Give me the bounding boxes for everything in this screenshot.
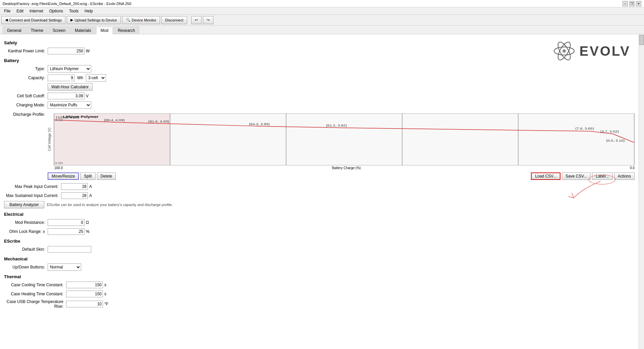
tab-research[interactable]: Research [113,27,139,34]
svg-text:(81.6, 4.03): (81.6, 4.03) [148,119,169,123]
battery-analyzer-button[interactable]: Battery Analyzer [4,201,44,208]
battery-capacity-label: Capacity: [4,76,48,80]
max-peak-input[interactable] [61,183,88,190]
svg-text:4.00: 4.00 [55,118,63,121]
charging-mode-row: Charging Mode: Maximize Puffs Maximize L… [4,101,635,109]
menu-edit[interactable]: Edit [14,8,26,14]
minimize-button[interactable]: ─ [623,1,628,6]
battery-type-row: Type: Lithium Polymer Lithium Ion NiMH [4,65,635,72]
default-skin-label: Default Skin: [4,247,48,252]
cooling-label: Case Cooling Time Constant: [4,283,66,287]
usb-temp-input[interactable] [66,301,103,307]
move-resize-button[interactable]: Move/Resize [48,172,79,180]
heating-input[interactable] [66,291,103,297]
battery-type-label: Type: [4,66,48,71]
ohm-lock-row: Ohm Lock Range: ± % [4,228,635,235]
tab-theme[interactable]: Theme [26,27,48,34]
disconnect-button[interactable]: Disconnect [161,16,187,24]
cooling-unit: s [104,283,106,287]
safety-header: Safety [4,40,635,45]
mod-resistance-unit: Ω [86,220,89,225]
default-skin-input[interactable] [48,246,91,253]
default-skin-row: Default Skin: [4,246,635,253]
max-sustained-input[interactable] [61,192,88,199]
discharge-profile-label: Discharge Profile: [4,111,48,117]
battery-analyzer-row: Battery Analyzer EScribe can be used to … [4,201,635,208]
tab-materials[interactable]: Materials [70,27,96,34]
main-content: Safety Kanthal Power Limit: W Battery Ty… [0,34,644,349]
restore-button[interactable]: ❐ [629,1,635,6]
connect-download-button[interactable]: ◀ Connect and Download Settings [1,16,65,24]
heating-label: Case Heating Time Constant: [4,292,66,296]
evolv-text: EVOLV [579,44,631,59]
redo-button[interactable]: ↪ [203,16,213,24]
chart-action-row: Move/Resize Split Delete Load CSV... Sav… [48,172,635,180]
svg-text:(51.2, 3.82): (51.2, 3.82) [326,123,347,127]
mod-resistance-label: Mod Resistance: [4,220,48,225]
svg-text:(7.6, 3.65): (7.6, 3.65) [575,127,594,130]
label-button[interactable]: Label... [592,172,612,180]
ohm-lock-input[interactable] [48,228,85,235]
scrollbar-thumb[interactable] [639,35,644,45]
menu-help[interactable]: Help [82,8,96,14]
chart-svg: (100.0, 4.20) (89.4, 4.09) (81.6, 4.03) … [54,114,634,165]
svg-text:(64.3, 3.89): (64.3, 3.89) [249,122,270,126]
battery-analyzer-info: EScribe can be used to analyze your batt… [47,203,173,207]
electrical-header: Electrical [4,212,635,217]
menu-options[interactable]: Options [47,8,66,14]
usb-temp-unit: °F [104,302,108,306]
max-peak-unit: A [89,184,92,189]
connect-icon: ◀ [5,18,8,22]
watt-hour-btn[interactable]: Watt-Hour Calculator [48,83,93,91]
cell-soft-cutoff-input[interactable] [48,93,85,99]
battery-header: Battery [4,58,635,63]
kanthal-input[interactable] [48,48,85,54]
cooling-row: Case Cooling Time Constant: s [4,281,635,289]
cooling-input[interactable] [66,282,103,288]
up-down-select[interactable]: Normal Reversed [48,263,81,271]
title-bar: Desktop\Factory .ecig Files\Evolv_Defaul… [0,0,644,7]
upload-settings-button[interactable]: ▶ Upload Settings to Device [67,16,121,24]
menu-tools[interactable]: Tools [66,8,81,14]
usb-temp-row: Case USB Charge Temperature Rise: °F [4,299,635,309]
charging-mode-select[interactable]: Maximize Puffs Maximize Life Balanced [48,101,91,109]
svg-point-21 [562,49,566,53]
max-sustained-unit: A [89,193,92,198]
chart-x-axis: 100.0 Battery Charge (%) 0.0 [48,166,635,170]
toolbar: ◀ Connect and Download Settings ▶ Upload… [0,15,644,26]
mod-resistance-row: Mod Resistance: Ω [4,219,635,226]
up-down-label: Up/Down Buttons: [4,265,48,269]
evolv-logo-container: EVOLV [553,40,631,62]
battery-capacity-input[interactable] [48,74,74,81]
battery-type-select[interactable]: Lithium Polymer Lithium Ion NiMH [48,65,91,72]
tab-general[interactable]: General [3,27,26,34]
upload-icon: ▶ [70,18,73,22]
close-button[interactable]: ✕ [636,1,641,6]
chart-area[interactable]: (100.0, 4.20) (89.4, 4.09) (81.6, 4.03) … [54,113,635,165]
split-button[interactable]: Split [80,172,95,180]
menu-file[interactable]: File [1,8,13,14]
svg-text:2.00: 2.00 [55,161,63,165]
monitor-icon: 🔍 [126,18,130,22]
tab-screen[interactable]: Screen [48,27,70,34]
ohm-lock-label: Ohm Lock Range: ± [4,229,48,234]
actions-button[interactable]: Actions [614,172,635,180]
scrollbar[interactable] [639,34,644,349]
menu-internet[interactable]: Internet [27,8,46,14]
undo-button[interactable]: ↩ [191,16,202,24]
mod-resistance-input[interactable] [48,219,85,226]
svg-text:(3.7, 3.52): (3.7, 3.52) [600,130,619,133]
cell-soft-cutoff-label: Cell Soft Cutoff: [4,94,48,98]
mechanical-header: Mechanical [4,256,635,261]
load-csv-button[interactable]: Load CSV... [531,172,560,180]
device-monitor-button[interactable]: 🔍 Device Monitor [122,16,160,24]
tab-mod[interactable]: Mod [96,27,113,34]
svg-text:(89.4, 4.09): (89.4, 4.09) [104,118,125,121]
max-peak-row: Max Peak Input Current: A [4,183,635,190]
max-sustained-label: Max Sustained Input Current: [4,193,61,198]
max-peak-label: Max Peak Input Current: [4,184,61,189]
save-csv-button[interactable]: Save CSV... [562,172,591,180]
cell-count-select[interactable]: 3-cell 2-cell 1-cell [86,74,106,82]
chart-right-label: 0.0 [630,166,635,170]
delete-button[interactable]: Delete [97,172,116,180]
